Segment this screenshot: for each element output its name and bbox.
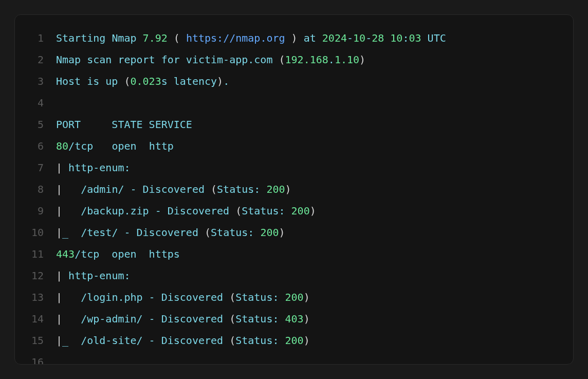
code-token: at (298, 32, 322, 44)
line-number: 2 (25, 49, 44, 70)
line-content: PORT STATE SERVICE (56, 114, 563, 135)
code-line: 2Nmap scan report for victim-app.com (19… (25, 49, 563, 70)
code-line: 10|_ /test/ - Discovered (Status: 200) (25, 222, 563, 243)
code-token: PORT STATE SERVICE (56, 118, 192, 131)
code-token: | (56, 269, 62, 282)
code-line: 1Starting Nmap 7.92 ( https://nmap.org )… (25, 27, 563, 49)
code-token: Starting (56, 32, 112, 44)
code-token: 200 (291, 205, 310, 217)
code-token: 28 (372, 32, 384, 44)
code-token: /backup.zip - Discovered (62, 205, 235, 217)
code-token: ( (205, 226, 211, 239)
code-line: 3Host is up (0.023s latency). (25, 70, 563, 92)
line-content: 443/tcp open https (56, 243, 563, 265)
code-token: Status: (235, 291, 285, 303)
code-token: 7.92 (143, 32, 168, 44)
code-line: 8| /admin/ - Discovered (Status: 200) (25, 178, 563, 200)
code-token: victim-app.com (180, 53, 279, 66)
code-token: Status: (217, 183, 266, 195)
line-content: |_ /old-site/ - Discovered (Status: 200) (56, 330, 563, 351)
code-token: . (223, 75, 229, 87)
code-token: ) (285, 183, 291, 195)
line-number: 9 (25, 200, 44, 222)
code-token: UTC (421, 32, 446, 44)
line-number: 7 (25, 157, 44, 178)
code-token: . (328, 53, 335, 66)
code-token: 2024 (322, 32, 347, 44)
code-token: ( (174, 32, 180, 44)
code-token: Host is up (56, 75, 124, 87)
line-content: |_ /test/ - Discovered (Status: 200) (56, 222, 563, 243)
code-token: - (365, 32, 372, 44)
code-line: 4 (25, 92, 563, 114)
code-token: 200 (285, 291, 304, 303)
code-token: 1.10 (335, 53, 359, 66)
code-line: 16 (25, 351, 563, 365)
code-token: /admin/ - Discovered (62, 183, 211, 195)
code-token: 443 (56, 248, 75, 260)
line-number: 3 (25, 70, 44, 92)
code-token: /tcp open https (75, 248, 180, 260)
code-token: ( (229, 313, 235, 325)
code-token: ) (310, 205, 316, 217)
line-number: 4 (25, 92, 44, 114)
code-token: for (161, 53, 180, 66)
code-token: ) (359, 53, 365, 66)
code-token: /tcp open http (68, 140, 174, 152)
line-number: 12 (25, 265, 44, 286)
line-number: 15 (25, 330, 44, 351)
code-token: : (402, 32, 409, 44)
code-token: /login.php - Discovered (62, 291, 229, 303)
code-token: | (56, 313, 62, 325)
line-content: 80/tcp open http (56, 135, 563, 157)
code-token: 192.168 (285, 53, 328, 66)
code-token: 0.023 (131, 75, 161, 87)
line-content: | http-enum: (56, 265, 563, 286)
code-token: ( (229, 291, 235, 303)
code-token: ) (217, 75, 223, 87)
line-number: 8 (25, 178, 44, 200)
line-number: 11 (25, 243, 44, 265)
line-content (56, 351, 563, 365)
code-token: ( (124, 75, 130, 87)
code-token: _ /old-site/ - Discovered (62, 334, 229, 347)
code-token: http-enum: (62, 161, 130, 174)
code-token (168, 32, 174, 44)
code-token: Status: (242, 205, 291, 217)
code-line: 13| /login.php - Discovered (Status: 200… (25, 286, 563, 308)
code-token: | (56, 334, 62, 347)
code-token: ) (279, 226, 285, 239)
code-token: s latency (161, 75, 217, 87)
line-number: 13 (25, 286, 44, 308)
code-token: | (56, 183, 62, 195)
code-token: Nmap (112, 32, 142, 44)
code-token: ( (235, 205, 242, 217)
code-line: 5PORT STATE SERVICE (25, 114, 563, 135)
code-token: 10 (353, 32, 365, 44)
code-token: ) (304, 291, 310, 303)
line-content: Nmap scan report for victim-app.com (192… (56, 49, 563, 70)
code-token: 403 (285, 313, 304, 325)
line-content: | /backup.zip - Discovered (Status: 200) (56, 200, 563, 222)
code-token: Status: (235, 313, 285, 325)
code-token: http-enum: (62, 269, 130, 282)
code-token: 80 (56, 140, 68, 152)
line-content: | /wp-admin/ - Discovered (Status: 403) (56, 308, 563, 330)
code-token (180, 32, 186, 44)
code-token (384, 32, 390, 44)
line-number: 16 (25, 351, 44, 365)
code-token: | (56, 161, 62, 174)
code-line: 15|_ /old-site/ - Discovered (Status: 20… (25, 330, 563, 351)
line-number: 6 (25, 135, 44, 157)
terminal-window: 1Starting Nmap 7.92 ( https://nmap.org )… (14, 14, 574, 365)
line-content: | http-enum: (56, 157, 563, 178)
code-token: ( (229, 334, 235, 347)
code-token: 200 (266, 183, 285, 195)
code-token: Nmap scan report (56, 53, 161, 66)
code-line: 680/tcp open http (25, 135, 563, 157)
code-token: /wp-admin/ - Discovered (62, 313, 229, 325)
code-token: ( (279, 53, 285, 66)
code-token: 200 (260, 226, 279, 239)
code-block: 1Starting Nmap 7.92 ( https://nmap.org )… (25, 27, 563, 365)
code-token: ( (211, 183, 217, 195)
